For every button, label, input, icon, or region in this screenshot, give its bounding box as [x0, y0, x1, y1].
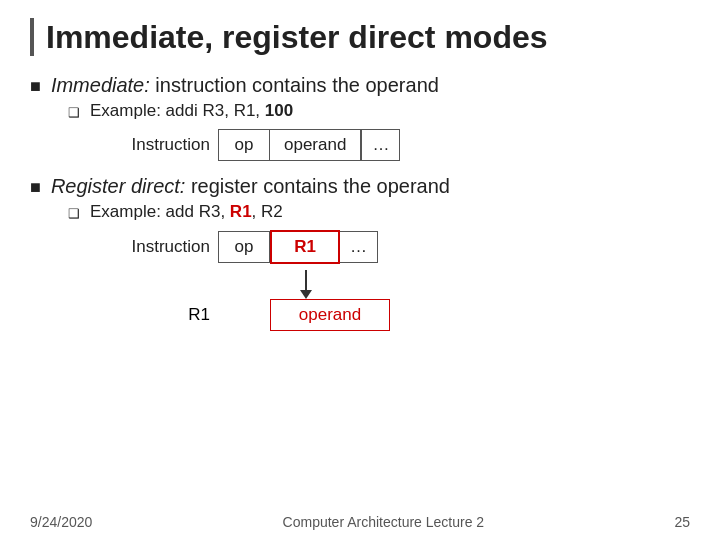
footer-course: Computer Architecture Lecture 2	[283, 514, 485, 530]
section2-example-rest: , R2	[252, 202, 283, 221]
diagram-1-box-op: op	[218, 129, 270, 161]
arrow-line	[305, 270, 307, 290]
diagram-2-box-ellipsis: …	[340, 231, 378, 263]
sub-bullet-dot-2: ❑	[68, 206, 80, 221]
section2-rest: register contains the operand	[185, 175, 450, 197]
diagram-2-label: Instruction	[120, 237, 210, 257]
section1-italic: Immediate:	[51, 74, 150, 96]
section1-example-text: Example: addi R3, R1,	[90, 101, 265, 120]
diagram-1-label: Instruction	[120, 135, 210, 155]
slide: Immediate, register direct modes ■ Immed…	[0, 0, 720, 540]
diagram-2: Instruction op R1 …	[120, 230, 690, 264]
section1-example-bold: 100	[265, 101, 293, 120]
r1-row-label: R1	[120, 305, 210, 325]
section2-example-text: Example: add R3,	[90, 202, 230, 221]
section1-rest: instruction contains the operand	[150, 74, 439, 96]
bullet-dot-2: ■	[30, 177, 41, 198]
arrow-section	[120, 270, 690, 299]
section1-sub-bullet: ❑ Example: addi R3, R1, 100	[68, 101, 690, 121]
section2-example: Example: add R3, R1, R2	[90, 202, 283, 222]
slide-title: Immediate, register direct modes	[30, 18, 690, 56]
section2-italic: Register direct:	[51, 175, 186, 197]
arrow-head	[300, 290, 312, 299]
sub-bullet-dot-1: ❑	[68, 105, 80, 120]
r1-operand-box: operand	[270, 299, 390, 331]
footer-page: 25	[674, 514, 690, 530]
r1-operand-row: R1 operand	[120, 299, 690, 331]
section1-example: Example: addi R3, R1, 100	[90, 101, 293, 121]
diagram-1-row: Instruction op operand …	[120, 129, 690, 161]
section2-bullet: ■ Register direct: register contains the…	[30, 175, 690, 198]
bullet-dot-1: ■	[30, 76, 41, 97]
section1-bullet: ■ Immediate: instruction contains the op…	[30, 74, 690, 97]
diagram-2-row: Instruction op R1 …	[120, 230, 690, 264]
section2-example-r1: R1	[230, 202, 252, 221]
r1-arrow	[271, 270, 341, 299]
diagram-2-box-r1: R1	[270, 230, 340, 264]
diagram-1-box-operand: operand	[270, 129, 361, 161]
diagram-1: Instruction op operand …	[120, 129, 690, 161]
diagram-1-box-ellipsis: …	[361, 129, 400, 161]
footer-date: 9/24/2020	[30, 514, 92, 530]
diagram-2-box-op: op	[218, 231, 270, 263]
footer: 9/24/2020 Computer Architecture Lecture …	[30, 514, 690, 530]
section2-text: Register direct: register contains the o…	[51, 175, 450, 198]
section1-text: Immediate: instruction contains the oper…	[51, 74, 439, 97]
section2-sub-bullet: ❑ Example: add R3, R1, R2	[68, 202, 690, 222]
